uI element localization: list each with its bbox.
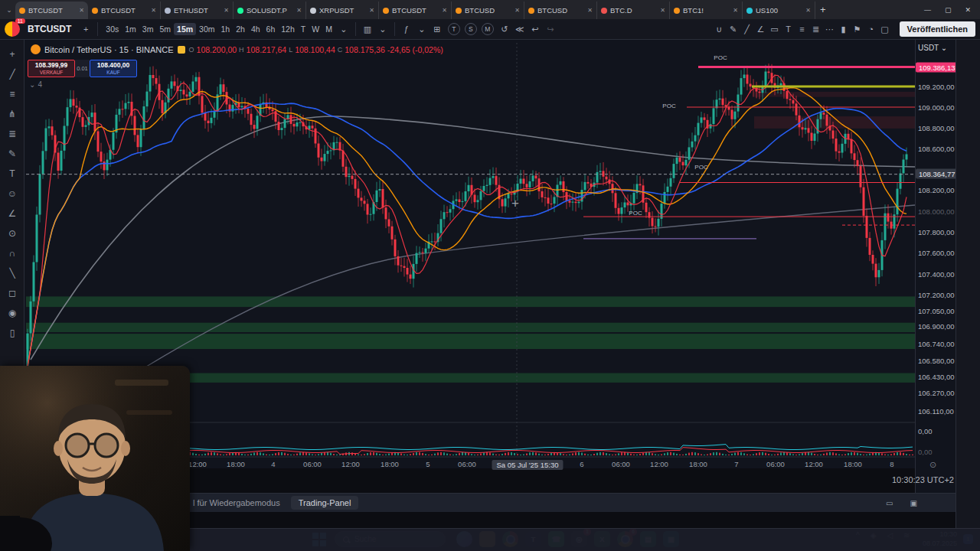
alert-clock-icon[interactable]: ◔ [864, 24, 878, 34]
timeframe-button[interactable]: 2h [233, 23, 248, 35]
flag-icon[interactable]: ⚑ [851, 24, 864, 34]
browser-tab[interactable]: SOLUSDT.P ✕ [234, 2, 306, 19]
browser-tab[interactable]: ETHUSDT ✕ [161, 2, 234, 19]
tab-close-icon[interactable]: ✕ [224, 7, 229, 14]
timeframe-button[interactable]: T [298, 23, 309, 35]
chart-style-button[interactable]: ▥ [361, 24, 374, 34]
fullscreen-icon[interactable]: ▢ [878, 24, 892, 34]
buy-button[interactable]: 108.400,00 KAUF [90, 60, 137, 77]
tab-close-icon[interactable]: ✕ [369, 7, 374, 14]
tab-favicon-icon [383, 8, 389, 14]
compare-icon[interactable]: ≣ [809, 24, 823, 34]
browser-tab[interactable]: BTC.D ✕ [597, 2, 670, 19]
timeframe-button[interactable]: 4h [248, 23, 263, 35]
timeframe-button[interactable]: 6h [263, 23, 279, 35]
line-tool-icon[interactable]: ╱ [740, 24, 754, 34]
browser-tab[interactable]: BTCUSDT ✕ [15, 2, 88, 19]
timeframe-button[interactable]: 1h [218, 23, 234, 35]
zoom-tool[interactable]: ⊙ [0, 223, 24, 243]
timeframe-button[interactable]: 5m [156, 23, 174, 35]
jump-back-button[interactable]: ≪ [513, 24, 527, 34]
add-symbol-button[interactable]: + [79, 24, 93, 34]
crosshair-tool[interactable]: + [0, 44, 24, 64]
browser-tab[interactable]: BTCUSDT ✕ [379, 2, 452, 19]
trading-panel-button[interactable]: Trading-Panel [291, 496, 359, 510]
symbol-search-button[interactable]: BTCUSDT [21, 24, 77, 34]
expand-panel-icon[interactable]: ▣ [910, 499, 917, 507]
tab-close-icon[interactable]: ✕ [296, 7, 302, 14]
horizontal-line-tool[interactable]: ≡ [0, 84, 24, 104]
magnet-icon[interactable]: ∪ [713, 24, 727, 34]
chart-legend[interactable]: Bitcoin / TetherUS · 15 · BINANCE O108.2… [31, 44, 443, 54]
tab-close-icon[interactable]: ✕ [733, 7, 738, 14]
tab-close-icon[interactable]: ✕ [660, 7, 665, 14]
trendline-tool[interactable]: ╱ [0, 64, 24, 84]
window-minimize-button[interactable]: — [924, 6, 931, 14]
new-tab-button[interactable]: + [820, 4, 826, 15]
tab-close-icon[interactable]: ✕ [79, 7, 84, 14]
layout-grid-button[interactable]: ⊞ [430, 24, 444, 34]
timeframe-button[interactable]: 1m [122, 23, 139, 35]
tab-favicon-icon [746, 8, 753, 14]
browser-tab[interactable]: US100 ✕ [743, 2, 815, 19]
more-tools-icon[interactable]: ⋯ [823, 24, 837, 34]
shapes-icon[interactable]: ▭ [768, 24, 782, 34]
redo-button[interactable]: ↪ [544, 24, 557, 34]
fibonacci-tool[interactable]: ≣ [0, 124, 24, 144]
timezone-settings-icon[interactable]: ⊙ [929, 460, 936, 470]
chart-style-dropdown-icon[interactable]: ⌄ [376, 24, 390, 34]
text-tool[interactable]: T [0, 164, 24, 184]
draw-icon[interactable]: ✎ [727, 24, 740, 34]
tab-close-icon[interactable]: ✕ [514, 7, 520, 14]
ohlc-values: O108.200,00 H108.217,64 L108.100,44 C108… [189, 45, 443, 54]
indicators-dropdown-icon[interactable]: ⌄ [415, 24, 429, 34]
currency-dropdown[interactable]: USDT ⌄ [918, 44, 947, 52]
publish-button[interactable]: Veröffentlichen [900, 21, 975, 37]
lock-tool[interactable]: ◻ [0, 283, 24, 303]
clock-utc[interactable]: 10:30:23 UTC+2 [850, 475, 954, 484]
timeframe-button[interactable]: 3m [139, 23, 157, 35]
timeframe-button[interactable]: 30m [196, 23, 217, 35]
window-maximize-button[interactable]: ▢ [945, 6, 952, 14]
magnet-tool[interactable]: ∩ [0, 243, 24, 263]
align-lines-icon[interactable]: ≡ [795, 24, 809, 34]
browser-tab[interactable]: XRPUSDT ✕ [306, 2, 379, 19]
timeframe-button[interactable]: 15m [174, 23, 196, 35]
pitchfork-tool[interactable]: ⋔ [0, 104, 24, 124]
timeframe-button[interactable]: W [309, 23, 322, 35]
price-axis[interactable] [915, 40, 956, 493]
multichart-button[interactable]: M [482, 23, 494, 35]
templates-button[interactable]: T [448, 23, 460, 35]
collapse-panel-icon[interactable]: ▭ [886, 499, 893, 507]
brush-tool[interactable]: ✎ [0, 144, 24, 164]
eye-tool[interactable]: ◉ [0, 303, 24, 323]
text-note-icon[interactable]: T [782, 24, 795, 34]
screener-button[interactable]: S [465, 23, 477, 35]
timeframe-button[interactable]: 12h [278, 23, 298, 35]
tab-search-icon[interactable]: ⌄ [3, 6, 15, 14]
timeframe-button[interactable]: 30s [103, 23, 122, 35]
pencil-tool[interactable]: ╲ [0, 263, 24, 283]
sell-button[interactable]: 108.399,99 VERKAUF [28, 60, 75, 77]
browser-tab[interactable]: BTCUSD ✕ [524, 2, 597, 19]
replay-button[interactable]: ↺ [498, 24, 511, 34]
emoji-tool[interactable]: ☺ [0, 184, 24, 204]
browser-tab[interactable]: BTCUSDT ✕ [88, 2, 161, 19]
tab-close-icon[interactable]: ✕ [805, 7, 811, 14]
timeframe-dropdown-icon[interactable]: ⌄ [337, 24, 351, 34]
browser-tab[interactable]: BTC1! ✕ [670, 2, 743, 19]
measure-tool[interactable]: ∠ [0, 204, 24, 223]
trash-tool[interactable]: ▯ [0, 323, 24, 343]
measure-icon[interactable]: ∠ [754, 24, 768, 34]
bars-pattern-icon[interactable]: ▮ [837, 24, 851, 34]
window-close-button[interactable]: ✕ [965, 6, 971, 14]
tab-close-icon[interactable]: ✕ [587, 7, 593, 14]
user-avatar[interactable]: 11 [5, 21, 20, 37]
tab-close-icon[interactable]: ✕ [442, 7, 447, 14]
object-tree-chip[interactable]: ⌄ 4 [29, 80, 42, 89]
tab-close-icon[interactable]: ✕ [151, 7, 156, 14]
browser-tab[interactable]: BTCUSD ✕ [452, 2, 524, 19]
indicators-button[interactable]: ƒ [400, 24, 413, 34]
timeframe-button[interactable]: M [322, 23, 335, 35]
undo-button[interactable]: ↩ [528, 24, 542, 34]
